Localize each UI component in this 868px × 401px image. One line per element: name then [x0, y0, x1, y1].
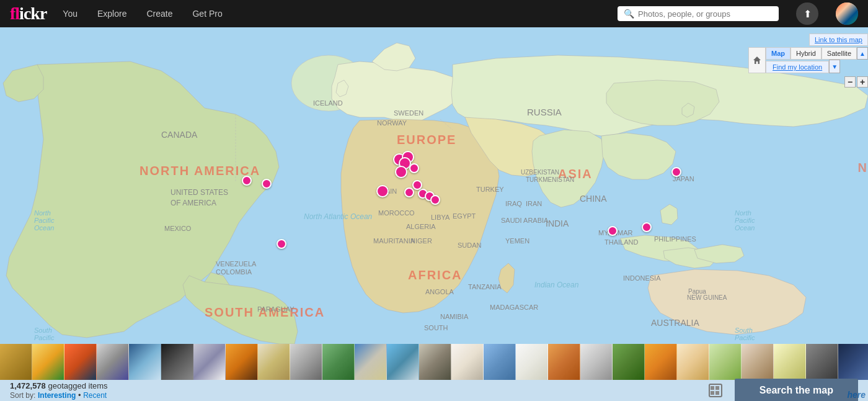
search-map-button[interactable]: Search the map: [735, 379, 858, 401]
map-type-satellite[interactable]: Satellite: [822, 47, 857, 60]
search-icon: 🔍: [624, 9, 634, 19]
photo-thumb-15[interactable]: [451, 344, 484, 380]
zoom-out-button[interactable]: −: [844, 76, 856, 88]
svg-rect-4: [711, 386, 714, 390]
sort-by-label: Sort by:: [10, 391, 35, 400]
photo-view-icon[interactable]: [709, 384, 722, 397]
logo-lickr: ickr: [19, 4, 46, 23]
map-background: [0, 27, 868, 344]
search-input[interactable]: [638, 9, 773, 19]
map-pin-sea1[interactable]: [608, 226, 618, 236]
logo[interactable]: flickr: [10, 4, 46, 24]
map-pin-europe5[interactable]: [395, 166, 407, 178]
map-container[interactable]: NORTH AMERICA SOUTH AMERICA AFRICA EUROP…: [0, 27, 868, 344]
photo-thumb-11[interactable]: [322, 344, 355, 380]
photo-thumb-22[interactable]: [677, 344, 709, 380]
here-watermark: here: [847, 390, 866, 400]
world-map-svg: [0, 27, 868, 344]
photo-thumb-17[interactable]: [516, 344, 548, 380]
map-controls-panel: Link to this map Map Hybrid Satellite ▲ …: [748, 34, 868, 88]
photo-thumb-10[interactable]: [290, 344, 322, 380]
header: flickr You Explore Create Get Pro 🔍 ⬆: [0, 0, 868, 27]
photo-thumb-12[interactable]: [355, 344, 387, 380]
map-controls-row: Map Hybrid Satellite ▲ Find my location …: [748, 47, 868, 73]
svg-rect-5: [715, 386, 719, 390]
bottom-strip: ▶ 1,472,578 geotagged items Sort by: Int…: [0, 344, 868, 401]
photo-thumb-27[interactable]: [838, 344, 868, 380]
photo-thumb-6[interactable]: [161, 344, 193, 380]
geotagged-label-text: geotagged items: [48, 381, 107, 390]
map-pin-usa2[interactable]: [262, 179, 272, 189]
map-type-row: Map Hybrid Satellite ▲: [766, 47, 868, 60]
photo-thumb-26[interactable]: [806, 344, 838, 380]
map-pin-japan[interactable]: [671, 167, 681, 177]
photo-thumb-4[interactable]: [97, 344, 129, 380]
photo-thumb-9[interactable]: [258, 344, 290, 380]
photo-thumb-16[interactable]: [484, 344, 516, 380]
photo-strip: ▶: [0, 344, 868, 380]
photo-thumb-7[interactable]: [193, 344, 226, 380]
nav-explore[interactable]: Explore: [94, 6, 130, 21]
sort-interesting[interactable]: Interesting: [38, 391, 76, 400]
logo-f: fl: [10, 4, 19, 23]
photo-thumb-18[interactable]: [548, 344, 580, 380]
map-home-button[interactable]: [748, 47, 766, 73]
zoom-in-button[interactable]: +: [857, 76, 868, 88]
map-pin-usa1[interactable]: [242, 176, 252, 186]
photo-thumb-5[interactable]: [129, 344, 161, 380]
nav-you[interactable]: You: [59, 6, 81, 21]
photo-thumb-25[interactable]: [774, 344, 806, 380]
nav-get-pro[interactable]: Get Pro: [188, 6, 226, 21]
sort-recent[interactable]: Recent: [83, 391, 107, 400]
map-pin-philippines[interactable]: [642, 222, 652, 232]
photo-thumb-24[interactable]: [742, 344, 774, 380]
photo-thumb-8[interactable]: [226, 344, 258, 380]
photo-thumb-23[interactable]: [709, 344, 742, 380]
map-pin-spain1[interactable]: [376, 185, 389, 197]
photo-thumb-19[interactable]: [580, 344, 613, 380]
map-find-row: Find my location ▼: [766, 60, 868, 73]
map-scroll-up[interactable]: ▲: [857, 47, 868, 60]
photo-thumb-1[interactable]: [0, 344, 32, 380]
photo-thumb-21[interactable]: [645, 344, 677, 380]
map-pin-mexico[interactable]: [277, 239, 286, 249]
map-type-hybrid[interactable]: Hybrid: [790, 47, 822, 60]
upload-button[interactable]: ⬆: [796, 2, 818, 25]
nav-create[interactable]: Create: [143, 6, 176, 21]
svg-rect-6: [711, 391, 714, 395]
geotagged-info: 1,472,578 geotagged items Sort by: Inter…: [10, 381, 704, 400]
avatar[interactable]: [836, 2, 858, 25]
photo-thumb-20[interactable]: [613, 344, 645, 380]
search-bar: 🔍: [618, 6, 779, 21]
info-bar: 1,472,578 geotagged items Sort by: Inter…: [0, 380, 868, 401]
sort-sep-dot: •: [78, 390, 81, 400]
photo-thumb-13[interactable]: [387, 344, 419, 380]
svg-rect-7: [715, 391, 719, 395]
link-to-map-btn[interactable]: Link to this map: [809, 34, 868, 46]
find-my-location-btn[interactable]: Find my location: [766, 61, 829, 73]
map-type-controls: Map Hybrid Satellite ▲ Find my location …: [766, 47, 868, 73]
zoom-controls: − +: [844, 75, 868, 88]
map-type-map[interactable]: Map: [766, 47, 790, 60]
north-marker: N: [858, 161, 867, 175]
map-pin-europe7[interactable]: [412, 180, 422, 190]
map-pin-europe6[interactable]: [404, 187, 414, 197]
photo-thumb-3[interactable]: [64, 344, 97, 380]
map-scroll-down[interactable]: ▼: [829, 60, 840, 73]
map-pin-med3[interactable]: [430, 195, 440, 205]
photo-thumb-14[interactable]: [419, 344, 451, 380]
map-pin-europe4[interactable]: [409, 163, 419, 173]
geotagged-count: 1,472,578: [10, 381, 46, 390]
photo-thumb-2[interactable]: [32, 344, 64, 380]
